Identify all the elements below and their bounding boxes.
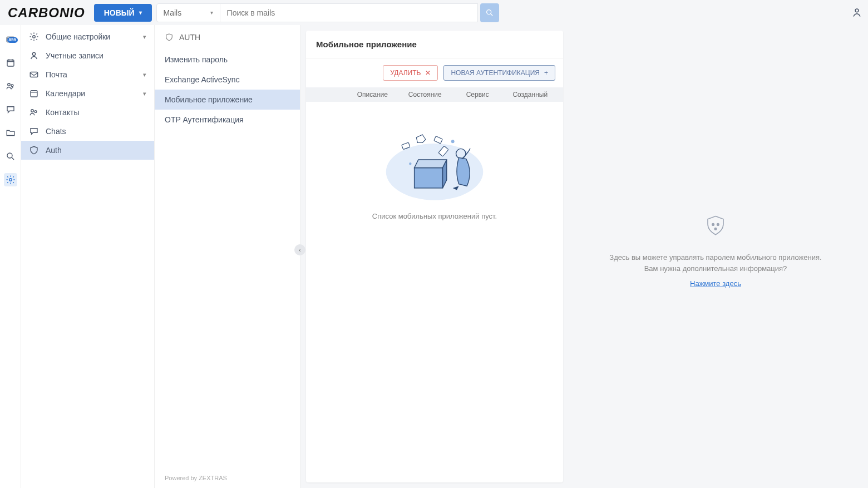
sublist-item-eas[interactable]: Exchange ActiveSync — [155, 70, 300, 90]
info-line2: Вам нужна дополнительная информация? — [609, 263, 821, 274]
svg-point-19 — [34, 111, 37, 113]
collapse-button[interactable]: ‹ — [294, 244, 305, 255]
th-blank — [313, 91, 346, 98]
chevron-down-icon: ▾ — [139, 9, 142, 16]
info-text: Здесь вы можете управлять паролем мобиль… — [609, 252, 821, 274]
sidebar-item-chats[interactable]: Chats — [21, 122, 154, 141]
delete-button[interactable]: УДАЛИТЬ ✕ — [383, 65, 438, 81]
svg-point-10 — [7, 153, 12, 158]
rail-contacts[interactable] — [4, 80, 17, 93]
sidebar-item-label: Календари — [46, 89, 136, 98]
svg-rect-21 — [415, 168, 443, 188]
chat-icon — [6, 105, 16, 115]
svg-point-2 — [855, 8, 859, 12]
sublist: AUTH Изменить пароль Exchange ActiveSync… — [155, 25, 300, 488]
info-link[interactable]: Нажмите здесь — [690, 279, 741, 288]
sidebar-item-label: Учетные записи — [46, 51, 146, 60]
info-line1: Здесь вы можете управлять паролем мобиль… — [609, 252, 821, 263]
sublist-item-mobile[interactable]: Мобильное приложение — [155, 90, 300, 110]
sidebar: Общие настройки ▾ Учетные записи Почта ▾… — [21, 25, 155, 488]
sublist-header: AUTH — [155, 25, 300, 50]
gear-icon — [6, 175, 16, 185]
rail-chats[interactable] — [4, 103, 17, 116]
sidebar-item-auth[interactable]: Auth — [21, 141, 154, 160]
calendar-icon — [29, 88, 39, 98]
svg-point-18 — [31, 110, 34, 112]
center-panel: Мобильное приложение УДАЛИТЬ ✕ НОВАЯ АУТ… — [306, 31, 563, 482]
search-category[interactable]: Mails ▾ — [156, 3, 220, 22]
svg-rect-16 — [31, 91, 37, 97]
sidebar-item-accounts[interactable]: Учетные записи — [21, 46, 154, 65]
svg-point-26 — [451, 140, 455, 143]
empty-state: Список мобильных приложений пуст. — [306, 102, 563, 220]
svg-point-28 — [712, 224, 714, 226]
svg-point-29 — [717, 224, 719, 226]
shield-icon-large — [704, 214, 727, 238]
search-input[interactable] — [220, 3, 479, 22]
search-icon — [485, 8, 494, 17]
sidebar-item-contacts[interactable]: Контакты — [21, 103, 154, 122]
people-icon — [6, 81, 16, 91]
rail-search[interactable] — [4, 150, 17, 163]
main: Мобильное приложение УДАЛИТЬ ✕ НОВАЯ АУТ… — [300, 25, 868, 488]
sublist-item-otp[interactable]: OTP Аутентификация — [155, 110, 300, 130]
svg-point-12 — [9, 179, 12, 181]
svg-rect-15 — [30, 72, 38, 77]
th-service: Сервис — [451, 91, 504, 98]
search-group: Mails ▾ — [156, 3, 500, 22]
logo: CARBONIO — [6, 5, 90, 21]
sidebar-item-label: Chats — [46, 127, 146, 136]
page-title: Мобильное приложение — [306, 31, 563, 58]
empty-message: Список мобильных приложений пуст. — [372, 212, 497, 220]
th-status: Состояние — [399, 91, 452, 98]
svg-point-30 — [714, 228, 717, 230]
sublist-item-password[interactable]: Изменить пароль — [155, 50, 300, 70]
svg-point-13 — [33, 36, 36, 38]
svg-point-14 — [32, 52, 35, 55]
rail-calendar[interactable] — [4, 56, 17, 70]
th-created: Созданный — [504, 91, 557, 98]
new-button[interactable]: НОВЫЙ ▾ — [94, 4, 152, 22]
plus-icon: + — [544, 69, 548, 77]
sidebar-item-label: Auth — [46, 146, 146, 155]
people-icon — [29, 107, 39, 117]
chat-icon — [29, 126, 39, 136]
chevron-left-icon: ‹ — [299, 247, 300, 253]
new-auth-button-label: НОВАЯ АУТЕНТИФИКАЦИЯ — [451, 69, 540, 77]
nav-rail: 859 — [0, 25, 21, 488]
svg-point-9 — [11, 85, 13, 87]
table-header: Описание Состояние Сервис Созданный — [306, 87, 563, 102]
sidebar-item-label: Контакты — [46, 108, 146, 117]
search-button[interactable] — [480, 3, 499, 22]
svg-point-27 — [409, 162, 411, 165]
rail-mail[interactable]: 859 — [4, 33, 17, 46]
powered-by: Powered by ZEXTRAS — [155, 468, 300, 488]
center-actions: УДАЛИТЬ ✕ НОВАЯ АУТЕНТИФИКАЦИЯ + — [306, 58, 563, 87]
sidebar-item-label: Общие настройки — [46, 32, 136, 41]
folder-icon — [6, 128, 16, 138]
rail-settings[interactable] — [4, 173, 17, 186]
shield-icon — [29, 145, 39, 155]
svg-line-1 — [491, 14, 492, 16]
chevron-down-icon: ▾ — [143, 71, 146, 78]
person-icon — [851, 7, 862, 18]
empty-illustration — [373, 115, 496, 204]
info-panel: Здесь вы можете управлять паролем мобиль… — [563, 25, 868, 488]
user-menu[interactable] — [851, 7, 862, 18]
sidebar-item-mail[interactable]: Почта ▾ — [21, 65, 154, 84]
rail-files[interactable] — [4, 126, 17, 140]
chevron-down-icon: ▾ — [210, 9, 213, 16]
gear-icon — [29, 32, 39, 42]
search-icon — [6, 151, 16, 161]
chevron-down-icon: ▾ — [143, 33, 146, 41]
sidebar-item-calendars[interactable]: Календари ▾ — [21, 84, 154, 103]
sidebar-item-general[interactable]: Общие настройки ▾ — [21, 27, 154, 46]
svg-point-8 — [7, 83, 10, 86]
calendar-icon — [6, 58, 16, 68]
person-icon — [29, 51, 39, 61]
svg-rect-24 — [434, 136, 443, 144]
svg-rect-4 — [7, 60, 14, 66]
sidebar-item-label: Почта — [46, 70, 136, 79]
new-auth-button[interactable]: НОВАЯ АУТЕНТИФИКАЦИЯ + — [443, 65, 555, 81]
sublist-title: AUTH — [179, 33, 200, 42]
